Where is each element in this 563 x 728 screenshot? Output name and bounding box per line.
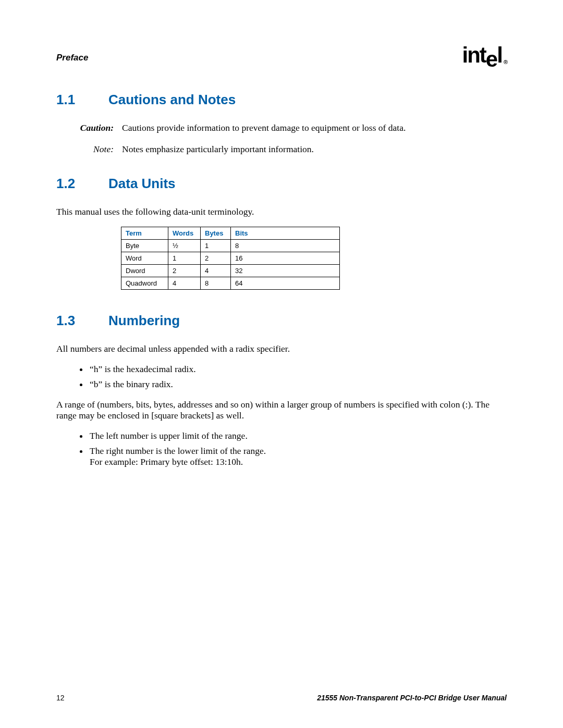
- registered-icon: ®: [504, 59, 507, 65]
- caution-label: Caution:: [69, 122, 114, 133]
- th-term: Term: [121, 227, 168, 240]
- footer-doc-title: 21555 Non-Transparent PCI-to-PCI Bridge …: [317, 694, 507, 702]
- list-item-text: The right number is the lower limit of t…: [90, 446, 266, 456]
- table-row: Word 1 2 16: [121, 252, 340, 265]
- definitions-block: Caution: Cautions provide information to…: [56, 122, 507, 155]
- th-words: Words: [168, 227, 201, 240]
- cell-words: 4: [168, 277, 201, 290]
- cell-words: ½: [168, 240, 201, 252]
- radix-bullet-list: “h” is the hexadecimal radix. “b” is the…: [89, 364, 507, 390]
- cell-term: Byte: [121, 240, 168, 252]
- page-header: Preface intel®: [56, 41, 507, 66]
- cell-term: Quadword: [121, 277, 168, 290]
- table-row: Dword 2 4 32: [121, 265, 340, 277]
- heading-1-3: 1.3Numbering: [56, 313, 507, 329]
- list-item: The right number is the lower limit of t…: [89, 446, 507, 467]
- heading-title: Cautions and Notes: [108, 92, 236, 107]
- cell-bytes: 8: [201, 277, 231, 290]
- table-row: Byte ½ 1 8: [121, 240, 340, 252]
- heading-title: Data Units: [108, 176, 176, 191]
- cell-bits: 32: [231, 265, 340, 277]
- cell-term: Dword: [121, 265, 168, 277]
- list-item-example: For example: Primary byte offset: 13:10h…: [90, 456, 243, 467]
- cell-bits: 8: [231, 240, 340, 252]
- th-bits: Bits: [231, 227, 340, 240]
- cell-bits: 64: [231, 277, 340, 290]
- intel-logo: intel®: [462, 43, 507, 68]
- numbering-para-2: A range of (numbers, bits, bytes, addres…: [56, 399, 507, 421]
- cell-bits: 16: [231, 252, 340, 265]
- cell-words: 1: [168, 252, 201, 265]
- range-bullet-list: The left number is upper limit of the ra…: [89, 430, 507, 467]
- heading-number: 1.3: [56, 313, 108, 329]
- data-units-table: Term Words Bytes Bits Byte ½ 1 8 Word 1 …: [121, 227, 340, 290]
- numbering-para-1: All numbers are decimal unless appended …: [56, 343, 507, 354]
- heading-number: 1.2: [56, 176, 108, 192]
- note-text: Notes emphasize particularly important i…: [122, 144, 314, 155]
- heading-1-1: 1.1Cautions and Notes: [56, 92, 507, 108]
- cell-words: 2: [168, 265, 201, 277]
- page-footer: 12 21555 Non-Transparent PCI-to-PCI Brid…: [56, 694, 507, 702]
- heading-number: 1.1: [56, 92, 108, 108]
- section-1-2-intro: This manual uses the following data-unit…: [56, 206, 507, 217]
- cell-bytes: 2: [201, 252, 231, 265]
- list-item: “h” is the hexadecimal radix.: [89, 364, 507, 375]
- heading-1-2: 1.2Data Units: [56, 176, 507, 192]
- caution-text: Cautions provide information to prevent …: [122, 122, 406, 133]
- page-number: 12: [56, 694, 65, 702]
- cell-bytes: 4: [201, 265, 231, 277]
- note-label: Note:: [69, 144, 114, 155]
- th-bytes: Bytes: [201, 227, 231, 240]
- header-section-title: Preface: [56, 53, 88, 63]
- heading-title: Numbering: [108, 313, 180, 328]
- cell-term: Word: [121, 252, 168, 265]
- list-item: “b” is the binary radix.: [89, 379, 507, 390]
- cell-bytes: 1: [201, 240, 231, 252]
- list-item: The left number is upper limit of the ra…: [89, 430, 507, 441]
- table-row: Quadword 4 8 64: [121, 277, 340, 290]
